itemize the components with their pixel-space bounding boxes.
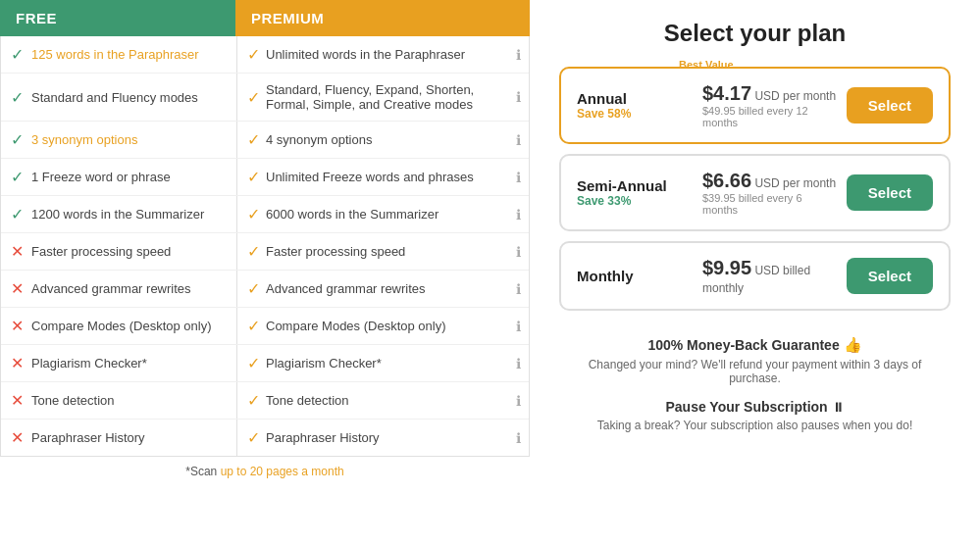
premium-feature-text: Unlimited words in the Paraphraser [266, 47, 465, 62]
free-feature-text: Tone detection [31, 393, 115, 408]
premium-cell: ✓Paraphraser Historyℹ [236, 420, 529, 456]
table-row: ✕Advanced grammar rewrites✓Advanced gram… [1, 271, 529, 308]
free-cell: ✕Plagiarism Checker* [1, 345, 236, 381]
premium-feature-text: Compare Modes (Desktop only) [266, 319, 446, 333]
free-feature-text: 125 words in the Paraphraser [31, 47, 199, 62]
premium-feature-text: Standard, Fluency, Expand, Shorten, Form… [266, 82, 510, 112]
info-icon[interactable]: ℹ [516, 47, 521, 63]
premium-feature-text: Unlimited Freeze words and phrases [266, 170, 474, 184]
table-row: ✓Standard and Fluency modes✓Standard, Fl… [1, 74, 529, 122]
free-cell: ✕Advanced grammar rewrites [1, 271, 236, 307]
premium-cell: ✓Advanced grammar rewritesℹ [236, 271, 529, 307]
free-feature-text: 1 Freeze word or phrase [31, 170, 171, 184]
free-feature-text: Advanced grammar rewrites [31, 281, 191, 296]
price-line: $9.95 USD billed monthly [702, 257, 839, 295]
free-feature-text: 3 synonym options [31, 132, 137, 147]
cross-icon: ✕ [11, 317, 24, 335]
left-panel: FREE PREMIUM ✓125 words in the Paraphras… [0, 0, 530, 544]
free-cell: ✓1200 words in the Summarizer [1, 196, 236, 232]
free-feature-text: Paraphraser History [31, 430, 145, 445]
guarantee-title: 100% Money-Back Guarantee 👍 [569, 336, 942, 354]
info-icon[interactable]: ℹ [516, 89, 521, 105]
pause-text: Taking a break? Your subscription also p… [597, 419, 913, 432]
right-panel: Select your plan Best ValueAnnualSave 58… [530, 0, 980, 544]
premium-feature-text: 4 synonym options [266, 132, 372, 147]
free-cell: ✕Compare Modes (Desktop only) [1, 308, 236, 344]
free-feature-text: 1200 words in the Summarizer [31, 207, 204, 222]
table-row: ✕Tone detection✓Tone detectionℹ [1, 382, 529, 420]
plan-name: Semi-Annual [577, 177, 695, 194]
pause-section: Pause Your Subscription ⏸ Taking a break… [597, 399, 913, 432]
select-button-monthly[interactable]: Select [847, 258, 933, 294]
cross-icon: ✕ [11, 242, 24, 261]
info-icon[interactable]: ℹ [516, 430, 521, 446]
table-row: ✓3 synonym options✓4 synonym optionsℹ [1, 122, 529, 159]
premium-cell: ✓4 synonym optionsℹ [236, 122, 529, 158]
premium-cell: ✓Faster processing speedℹ [236, 233, 529, 270]
info-icon[interactable]: ℹ [516, 132, 521, 148]
cross-icon: ✕ [11, 354, 24, 372]
info-icon[interactable]: ℹ [516, 244, 521, 260]
plan-price-block: $9.95 USD billed monthly [695, 257, 847, 295]
pause-title: Pause Your Subscription ⏸ [597, 399, 913, 415]
info-icon[interactable]: ℹ [516, 281, 521, 297]
footnote: *Scan up to 20 pages a month [0, 457, 530, 486]
price-main: $6.66 [702, 170, 751, 191]
table-row: ✕Paraphraser History✓Paraphraser History… [1, 420, 529, 456]
plan-save-label: Save 58% [577, 107, 695, 121]
best-value-badge: Best Value [679, 59, 734, 71]
premium-cell: ✓Tone detectionℹ [236, 382, 529, 419]
free-feature-text: Plagiarism Checker* [31, 356, 147, 371]
free-cell: ✓3 synonym options [1, 122, 236, 158]
free-cell: ✕Faster processing speed [1, 233, 236, 270]
plan-name: Monthly [577, 268, 695, 284]
premium-cell: ✓Unlimited words in the Paraphraserℹ [236, 36, 529, 73]
premium-feature-text: Paraphraser History [266, 430, 380, 445]
plan-name-block: Semi-AnnualSave 33% [577, 177, 695, 208]
guarantee-text: Changed your mind? We'll refund your pay… [569, 358, 942, 385]
select-button-semi-annual[interactable]: Select [847, 174, 933, 211]
check-icon: ✓ [11, 168, 24, 186]
table-row: ✓1 Freeze word or phrase✓Unlimited Freez… [1, 159, 529, 196]
check-orange-icon: ✓ [247, 130, 260, 149]
info-icon[interactable]: ℹ [516, 356, 521, 371]
free-cell: ✕Tone detection [1, 382, 236, 419]
premium-feature-text: Plagiarism Checker* [266, 356, 382, 371]
select-button-annual[interactable]: Select [847, 87, 933, 124]
pause-icon: ⏸ [832, 400, 845, 415]
check-icon: ✓ [11, 45, 24, 64]
plan-card-monthly: Monthly$9.95 USD billed monthlySelect [559, 241, 951, 311]
price-sub: $49.95 billed every 12 months [702, 105, 839, 128]
check-orange-icon: ✓ [247, 354, 260, 372]
plan-save-label: Save 33% [577, 194, 695, 208]
cross-icon: ✕ [11, 428, 24, 447]
plan-headers: FREE PREMIUM [0, 0, 530, 36]
thumbsup-icon: 👍 [844, 336, 862, 353]
check-orange-icon: ✓ [247, 45, 260, 64]
header-premium: PREMIUM [235, 0, 530, 36]
premium-cell: ✓Unlimited Freeze words and phrasesℹ [236, 159, 529, 195]
check-orange-icon: ✓ [247, 168, 260, 186]
premium-cell: ✓Plagiarism Checker*ℹ [236, 345, 529, 381]
info-icon[interactable]: ℹ [516, 393, 521, 409]
free-cell: ✕Paraphraser History [1, 420, 236, 456]
price-unit: USD per month [751, 176, 836, 190]
table-row: ✓125 words in the Paraphraser✓Unlimited … [1, 36, 529, 74]
plan-card-annual: Best ValueAnnualSave 58%$4.17 USD per mo… [559, 67, 951, 144]
guarantee-section: 100% Money-Back Guarantee 👍 Changed your… [569, 336, 942, 385]
premium-feature-text: Tone detection [266, 393, 349, 408]
feature-rows: ✓125 words in the Paraphraser✓Unlimited … [0, 36, 530, 457]
info-icon[interactable]: ℹ [516, 207, 521, 223]
check-orange-icon: ✓ [247, 205, 260, 223]
free-cell: ✓125 words in the Paraphraser [1, 36, 236, 73]
table-row: ✕Plagiarism Checker*✓Plagiarism Checker*… [1, 345, 529, 382]
premium-feature-text: Faster processing speed [266, 244, 405, 259]
free-feature-text: Faster processing speed [31, 244, 171, 259]
info-icon[interactable]: ℹ [516, 319, 521, 334]
free-feature-text: Compare Modes (Desktop only) [31, 319, 212, 333]
check-icon: ✓ [11, 88, 24, 107]
check-orange-icon: ✓ [247, 279, 260, 298]
cross-icon: ✕ [11, 279, 24, 298]
plan-card-semi-annual: Semi-AnnualSave 33%$6.66 USD per month$3… [559, 154, 951, 231]
info-icon[interactable]: ℹ [516, 170, 521, 185]
